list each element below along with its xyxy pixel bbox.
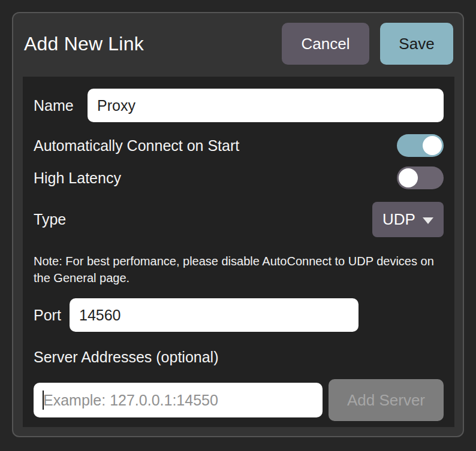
type-dropdown-value: UDP (382, 210, 415, 229)
save-button[interactable]: Save (380, 23, 453, 65)
high-latency-label: High Latency (34, 169, 397, 187)
high-latency-row: High Latency (34, 167, 444, 189)
dialog-title: Add New Link (24, 33, 144, 55)
auto-connect-label: Automatically Connect on Start (34, 137, 397, 155)
add-new-link-dialog: Add New Link Cancel Save Name Automatica… (12, 12, 464, 437)
type-label: Type (34, 211, 372, 228)
type-row: Type UDP (34, 202, 444, 237)
name-label: Name (34, 97, 78, 114)
chevron-down-icon (423, 217, 433, 224)
header-buttons: Cancel Save (282, 23, 453, 65)
link-settings-panel: Name Automatically Connect on Start High… (23, 77, 454, 427)
name-input[interactable] (88, 89, 444, 122)
server-address-row: Add Server (34, 379, 444, 421)
add-server-button[interactable]: Add Server (329, 379, 444, 421)
high-latency-toggle[interactable] (397, 167, 444, 189)
name-row: Name (34, 89, 444, 122)
text-caret (43, 391, 44, 410)
toggle-knob (399, 168, 418, 187)
toggle-knob (423, 136, 442, 155)
server-address-input-wrap (34, 383, 323, 417)
server-addresses-label: Server Addresses (optional) (34, 349, 444, 366)
server-address-input[interactable] (34, 383, 323, 417)
auto-connect-toggle[interactable] (397, 134, 444, 157)
cancel-button[interactable]: Cancel (282, 23, 369, 65)
udp-performance-note: Note: For best perfomance, please disabl… (34, 253, 441, 286)
port-label: Port (34, 307, 70, 324)
type-dropdown[interactable]: UDP (372, 202, 444, 237)
port-input[interactable] (70, 298, 358, 332)
auto-connect-row: Automatically Connect on Start (34, 134, 444, 157)
port-row: Port (34, 298, 444, 332)
dialog-header: Add New Link Cancel Save (13, 13, 463, 65)
